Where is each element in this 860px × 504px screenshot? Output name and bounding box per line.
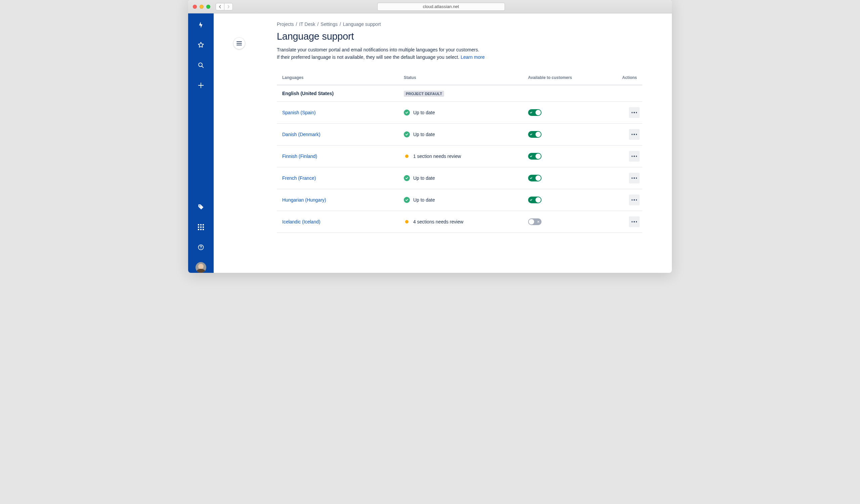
help-icon[interactable] [196, 242, 206, 253]
status-cell: Up to date [404, 110, 523, 116]
row-actions-button[interactable] [629, 173, 640, 184]
availability-toggle[interactable] [528, 197, 542, 203]
minimize-window-button[interactable] [200, 5, 204, 9]
language-link[interactable]: French (France) [282, 175, 316, 181]
availability-toggle[interactable] [528, 175, 542, 182]
hamburger-icon [236, 41, 242, 45]
sidebar-toggle-button[interactable] [233, 38, 245, 49]
language-name: English (United States) [277, 85, 401, 102]
col-available: Available to customers [526, 75, 606, 85]
status-text: 4 sections needs review [413, 219, 463, 225]
global-nav-rail [188, 13, 214, 273]
table-row: English (United States) PROJECT DEFAULT [277, 85, 642, 102]
availability-toggle[interactable] [528, 131, 542, 138]
row-actions-button[interactable] [629, 151, 640, 162]
language-link[interactable]: Icelandic (Iceland) [282, 219, 320, 225]
language-link[interactable]: Finnish (Finland) [282, 154, 317, 159]
profile-avatar[interactable] [196, 262, 206, 273]
language-link[interactable]: Hungarian (Hungary) [282, 197, 326, 203]
product-logo-icon[interactable] [196, 19, 206, 30]
svg-rect-11 [198, 229, 199, 230]
availability-toggle[interactable] [528, 153, 542, 160]
language-link[interactable]: Danish (Denmark) [282, 132, 320, 137]
forward-button[interactable] [224, 3, 233, 11]
breadcrumb-project[interactable]: IT Desk [299, 21, 315, 27]
table-row: Danish (Denmark) Up to date [277, 123, 642, 145]
star-icon[interactable] [196, 40, 206, 51]
close-window-button[interactable] [193, 5, 197, 9]
row-actions-button[interactable] [629, 107, 640, 118]
status-text: Up to date [413, 175, 435, 181]
status-cell: 4 sections needs review [404, 219, 523, 225]
table-row: French (France) Up to date [277, 167, 642, 189]
status-cell: Up to date [404, 131, 523, 138]
tag-icon[interactable] [196, 202, 206, 212]
availability-toggle[interactable] [528, 109, 542, 116]
col-actions: Actions [606, 75, 642, 85]
language-link[interactable]: Spanish (Spain) [282, 110, 316, 115]
table-row: Finnish (Finland) 1 section needs review [277, 145, 642, 167]
warning-dot-icon [405, 155, 408, 158]
svg-rect-12 [200, 229, 202, 230]
svg-point-4 [199, 205, 200, 206]
col-status: Status [401, 75, 526, 85]
status-cell: Up to date [404, 175, 523, 181]
breadcrumb-settings[interactable]: Settings [320, 21, 338, 27]
availability-toggle[interactable] [528, 218, 542, 225]
svg-rect-10 [203, 227, 204, 228]
window-controls [193, 5, 210, 9]
learn-more-link[interactable]: Learn more [461, 55, 485, 60]
create-icon[interactable] [196, 80, 206, 91]
page-description: Translate your customer portal and email… [277, 46, 642, 61]
check-circle-icon [404, 131, 410, 138]
languages-table: Languages Status Available to customers … [277, 75, 642, 233]
check-circle-icon [404, 175, 410, 181]
row-actions-button[interactable] [629, 129, 640, 140]
row-actions-button[interactable] [629, 195, 640, 205]
status-text: Up to date [413, 110, 435, 115]
status-text: 1 section needs review [413, 154, 461, 159]
table-row: Icelandic (Iceland) 4 sections needs rev… [277, 211, 642, 232]
svg-rect-9 [200, 227, 202, 228]
maximize-window-button[interactable] [206, 5, 210, 9]
svg-rect-6 [200, 224, 202, 226]
table-row: Hungarian (Hungary) Up to date [277, 189, 642, 211]
svg-line-1 [202, 66, 203, 68]
check-circle-icon [404, 110, 410, 116]
svg-point-0 [199, 63, 202, 67]
page-title: Language support [277, 31, 642, 42]
address-bar[interactable]: cloud.atlassian.net [377, 3, 505, 11]
col-languages: Languages [277, 75, 401, 85]
status-cell: 1 section needs review [404, 154, 523, 159]
breadcrumb-projects[interactable]: Projects [277, 21, 294, 27]
status-cell: Up to date [404, 197, 523, 203]
breadcrumb: Projects / IT Desk / Settings / Language… [277, 21, 642, 27]
svg-rect-13 [203, 229, 204, 230]
svg-point-15 [201, 248, 201, 249]
warning-dot-icon [405, 220, 408, 224]
svg-rect-7 [203, 224, 204, 226]
table-row: Spanish (Spain) Up to date [277, 101, 642, 123]
status-cell: PROJECT DEFAULT [401, 85, 526, 102]
svg-rect-8 [198, 227, 199, 228]
status-text: Up to date [413, 197, 435, 203]
back-button[interactable] [216, 3, 225, 11]
svg-rect-5 [198, 224, 199, 226]
search-icon[interactable] [196, 60, 206, 71]
status-text: Up to date [413, 132, 435, 137]
project-default-badge: PROJECT DEFAULT [404, 91, 444, 97]
browser-titlebar: cloud.atlassian.net [188, 0, 672, 13]
check-circle-icon [404, 197, 410, 203]
address-bar-text: cloud.atlassian.net [423, 4, 459, 9]
app-switcher-icon[interactable] [196, 222, 206, 232]
breadcrumb-current: Language support [343, 21, 381, 27]
row-actions-button[interactable] [629, 216, 640, 227]
